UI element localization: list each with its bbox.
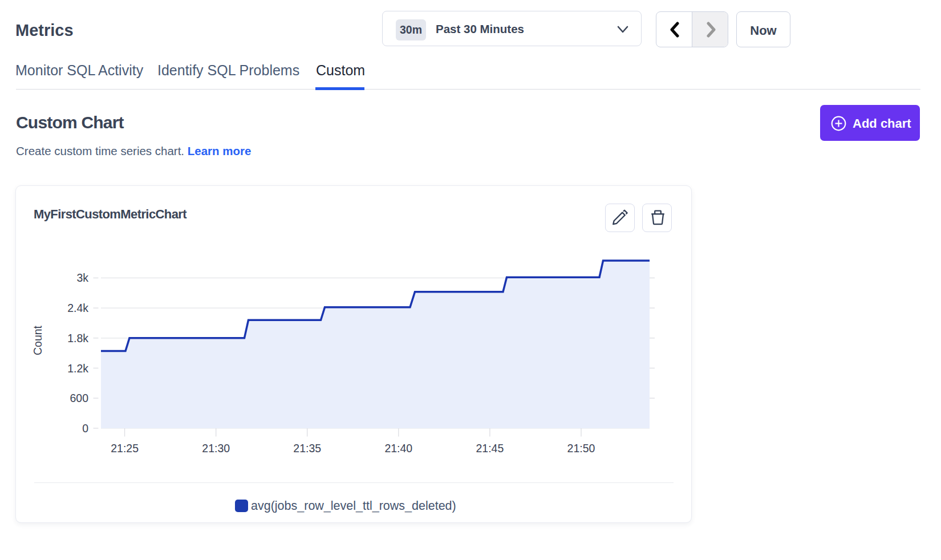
svg-text:21:45: 21:45 [476, 442, 504, 455]
svg-text:600: 600 [70, 392, 88, 404]
svg-text:0: 0 [82, 422, 88, 435]
svg-text:21:30: 21:30 [202, 442, 230, 455]
svg-text:21:35: 21:35 [293, 442, 321, 455]
svg-text:21:25: 21:25 [111, 442, 139, 455]
svg-text:Count: Count [31, 325, 44, 355]
svg-text:1.2k: 1.2k [67, 362, 88, 375]
svg-text:21:50: 21:50 [567, 442, 595, 455]
svg-text:3k: 3k [76, 271, 88, 284]
svg-text:2.4k: 2.4k [67, 302, 88, 314]
svg-text:1.8k: 1.8k [67, 332, 88, 344]
svg-text:21:40: 21:40 [384, 442, 412, 455]
